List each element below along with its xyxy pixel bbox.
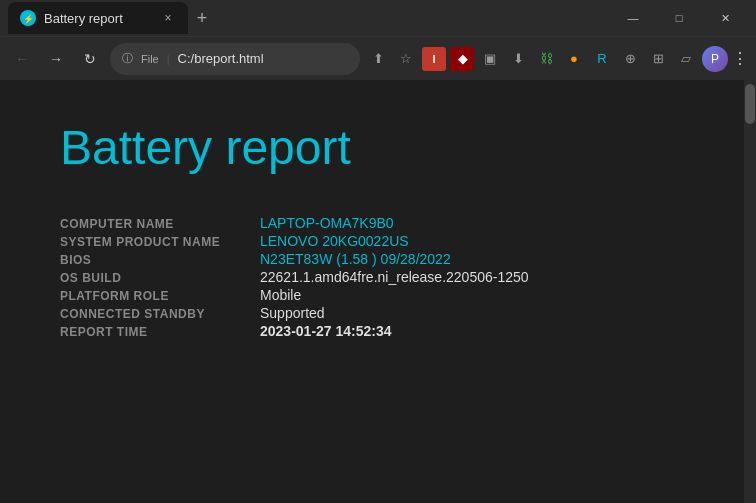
table-row: CONNECTED STANDBYSupported (60, 305, 684, 321)
lock-icon: ⓘ (122, 51, 133, 66)
table-row: OS BUILD22621.1.amd64fre.ni_release.2205… (60, 269, 684, 285)
extensions-puzzle-icon[interactable]: ⊞ (646, 47, 670, 71)
field-value: 2023-01-27 14:52:34 (260, 323, 392, 339)
tab-favicon: ⚡ (20, 10, 36, 26)
address-input[interactable]: ⓘ File | C:/breport.html (110, 43, 360, 75)
maximize-button[interactable]: □ (656, 2, 702, 34)
field-label: OS BUILD (60, 271, 260, 285)
table-row: BIOSN23ET83W (1.58 ) 09/28/2022 (60, 251, 684, 267)
scrollbar-thumb[interactable] (745, 84, 755, 124)
tab-bar: ⚡ Battery report × + (8, 2, 610, 34)
content-area: Battery report COMPUTER NAMELAPTOP-OMA7K… (0, 80, 756, 503)
refresh-button[interactable]: ↻ (76, 45, 104, 73)
close-button[interactable]: ✕ (702, 2, 748, 34)
extension3-icon[interactable]: ▣ (478, 47, 502, 71)
url-text: C:/breport.html (178, 51, 348, 66)
field-label: PLATFORM ROLE (60, 289, 260, 303)
field-value: N23ET83W (1.58 ) 09/28/2022 (260, 251, 451, 267)
more-options-button[interactable]: ⋮ (732, 49, 748, 68)
file-label: File (141, 53, 159, 65)
field-label: BIOS (60, 253, 260, 267)
back-button[interactable]: ← (8, 45, 36, 73)
forward-button[interactable]: → (42, 45, 70, 73)
new-tab-button[interactable]: + (188, 4, 216, 32)
field-label: COMPUTER NAME (60, 217, 260, 231)
table-row: REPORT TIME2023-01-27 14:52:34 (60, 323, 684, 339)
field-value: Supported (260, 305, 325, 321)
extension1-icon[interactable]: I (422, 47, 446, 71)
profile-avatar[interactable]: P (702, 46, 728, 72)
svg-text:⚡: ⚡ (23, 13, 35, 25)
title-bar: ⚡ Battery report × + — □ ✕ (0, 0, 756, 36)
favorite-icon[interactable]: ☆ (394, 47, 418, 71)
table-row: PLATFORM ROLEMobile (60, 287, 684, 303)
field-value: LAPTOP-OMA7K9B0 (260, 215, 394, 231)
field-label: SYSTEM PRODUCT NAME (60, 235, 260, 249)
page-title: Battery report (60, 120, 684, 175)
window-controls: — □ ✕ (610, 2, 748, 34)
scrollbar[interactable] (744, 80, 756, 503)
extension4-icon[interactable]: ⬇ (506, 47, 530, 71)
extension5-icon[interactable]: ⛓ (534, 47, 558, 71)
extension8-icon[interactable]: ⊕ (618, 47, 642, 71)
tab-title: Battery report (44, 11, 152, 26)
share-icon[interactable]: ⬆ (366, 47, 390, 71)
extension6-icon[interactable]: ● (562, 47, 586, 71)
tab-close-button[interactable]: × (160, 10, 176, 26)
field-label: CONNECTED STANDBY (60, 307, 260, 321)
field-value: LENOVO 20KG0022US (260, 233, 409, 249)
toolbar-icons: ⬆ ☆ I ◆ ▣ ⬇ ⛓ ● R ⊕ ⊞ ▱ P ⋮ (366, 46, 748, 72)
active-tab[interactable]: ⚡ Battery report × (8, 2, 188, 34)
table-row: COMPUTER NAMELAPTOP-OMA7K9B0 (60, 215, 684, 231)
field-value: 22621.1.amd64fre.ni_release.220506-1250 (260, 269, 529, 285)
info-table: COMPUTER NAMELAPTOP-OMA7K9B0SYSTEM PRODU… (60, 215, 684, 339)
field-value: Mobile (260, 287, 301, 303)
address-bar: ← → ↻ ⓘ File | C:/breport.html ⬆ ☆ I ◆ ▣… (0, 36, 756, 80)
extension7-icon[interactable]: R (590, 47, 614, 71)
table-row: SYSTEM PRODUCT NAMELENOVO 20KG0022US (60, 233, 684, 249)
split-view-icon[interactable]: ▱ (674, 47, 698, 71)
field-label: REPORT TIME (60, 325, 260, 339)
separator: | (167, 53, 170, 65)
minimize-button[interactable]: — (610, 2, 656, 34)
extension2-icon[interactable]: ◆ (450, 47, 474, 71)
page-content: Battery report COMPUTER NAMELAPTOP-OMA7K… (0, 80, 744, 503)
